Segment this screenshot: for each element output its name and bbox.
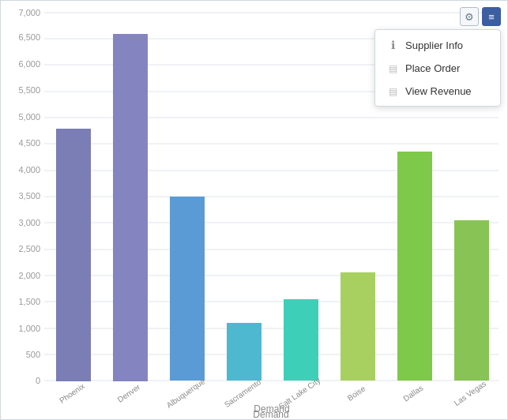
bar-phoenix	[56, 129, 91, 381]
svg-text:1,500: 1,500	[18, 297, 40, 306]
bar-boise	[341, 272, 375, 381]
menu-button[interactable]: ≡	[482, 7, 501, 26]
dropdown-item-view-revenue[interactable]: ▤ View Revenue	[375, 80, 500, 103]
svg-text:5,500: 5,500	[18, 85, 40, 95]
bar-albuquerque	[170, 197, 205, 381]
print-icon-1: ▤	[386, 63, 399, 74]
svg-text:3,500: 3,500	[18, 191, 40, 201]
dropdown-label-supplier-info: Supplier Info	[405, 39, 463, 51]
svg-text:6,000: 6,000	[18, 59, 40, 69]
print-icon-2: ▤	[386, 86, 399, 97]
dropdown-item-place-order[interactable]: ▤ Place Order	[375, 57, 500, 80]
svg-text:0: 0	[36, 376, 40, 385]
svg-text:4,500: 4,500	[18, 138, 40, 148]
info-icon: ℹ	[386, 39, 399, 51]
svg-text:Denver: Denver	[116, 382, 142, 404]
svg-text:500: 500	[26, 350, 40, 359]
svg-text:7,000: 7,000	[18, 8, 40, 17]
dropdown-label-place-order: Place Order	[405, 62, 460, 74]
svg-text:Phoenix: Phoenix	[58, 381, 86, 405]
svg-text:Boise: Boise	[346, 384, 367, 403]
bar-denver	[113, 34, 148, 381]
y-axis-labels: 0 500 1,000 1,500 2,000 2,500 3,000 3,50…	[18, 8, 40, 385]
svg-text:6,500: 6,500	[18, 32, 40, 42]
svg-text:1,000: 1,000	[18, 324, 40, 333]
bar-dallas	[397, 152, 432, 381]
settings-button[interactable]: ⚙	[460, 7, 479, 26]
dropdown-menu: ℹ Supplier Info ▤ Place Order ▤ View Rev…	[374, 29, 501, 107]
dropdown-label-view-revenue: View Revenue	[405, 85, 472, 97]
svg-text:5,000: 5,000	[18, 112, 40, 122]
svg-text:2,500: 2,500	[18, 244, 40, 253]
svg-text:Dallas: Dallas	[401, 384, 424, 403]
svg-text:3,000: 3,000	[18, 218, 40, 227]
bar-sacramento	[227, 323, 262, 381]
svg-text:2,000: 2,000	[18, 271, 40, 280]
bar-las-vegas	[454, 220, 489, 381]
chart-container: ⚙ ≡ ℹ Supplier Info ▤ Place Order ▤ View…	[0, 0, 508, 420]
toolbar: ⚙ ≡	[460, 7, 501, 26]
bar-salt-lake-city	[284, 299, 318, 381]
dropdown-item-supplier-info[interactable]: ℹ Supplier Info	[375, 33, 500, 57]
svg-text:4,000: 4,000	[18, 165, 40, 174]
x-axis-title-html: Demand	[44, 403, 499, 414]
